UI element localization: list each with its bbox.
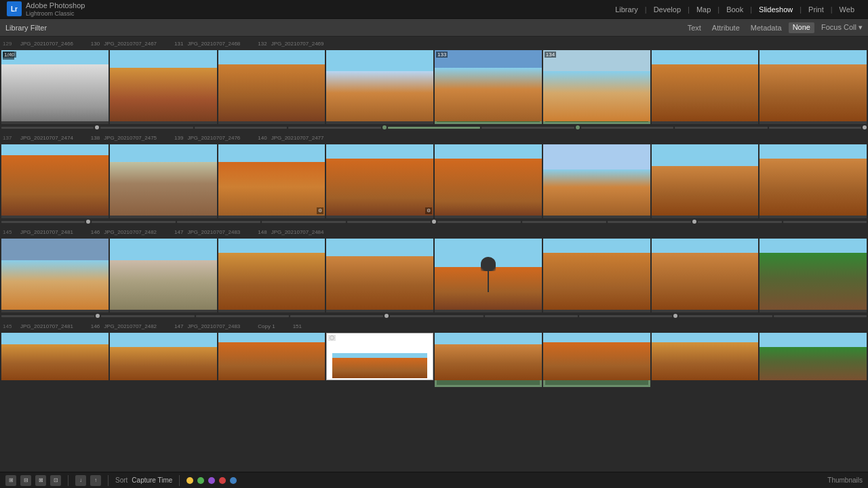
color-yellow[interactable] [186, 477, 193, 484]
app-logo: Lr Adobe Photoshop Lightroom Classic [7, 1, 85, 18]
thumb-132[interactable] [326, 50, 433, 124]
loupe-view-button[interactable]: ⊟ [20, 475, 31, 486]
filter-tab-text[interactable]: Text [684, 22, 705, 33]
nav-slideshow[interactable]: Slideshow [752, 3, 800, 16]
nav-develop[interactable]: Develop [647, 3, 688, 16]
color-red[interactable] [219, 477, 226, 484]
nav-library[interactable]: Library [608, 3, 645, 16]
nav-map[interactable]: Map [690, 3, 717, 16]
scrubber-3[interactable] [0, 312, 868, 319]
thumb-row-1: 129 1/40 133 134 [0, 50, 868, 124]
scrubber-1[interactable] [0, 124, 868, 131]
export-button[interactable]: ↑ [90, 475, 101, 486]
color-blue[interactable] [230, 477, 237, 484]
thumb-156[interactable]: ⬡ [326, 333, 433, 387]
grid-view-button[interactable]: ⊞ [5, 475, 16, 486]
import-button[interactable]: ↓ [75, 475, 86, 486]
thumb-147[interactable] [218, 239, 326, 312]
nav-web[interactable]: Web [833, 3, 861, 16]
thumb-142[interactable] [543, 144, 650, 218]
thumb-159[interactable] [652, 333, 759, 387]
row-header-1: 129 JPG_20210707_2466 130 JPG_20210707_2… [0, 37, 868, 50]
thumb-131[interactable] [218, 50, 326, 124]
thumb-129[interactable]: 129 1/40 [1, 50, 108, 124]
thumb-149[interactable] [435, 239, 542, 312]
row-header-3: 145 JPG_20210707_2481 146 JPG_20210707_2… [0, 225, 868, 239]
thumb-141[interactable] [435, 144, 542, 218]
thumb-150[interactable] [543, 239, 650, 312]
thumb-138[interactable] [110, 144, 217, 218]
thumbnail-label: Thumbnails [827, 476, 863, 484]
main-photo-grid: 129 JPG_20210707_2466 130 JPG_20210707_2… [0, 37, 868, 472]
nav-print[interactable]: Print [802, 3, 831, 16]
filter-tab-none[interactable]: None [789, 22, 814, 33]
thumb-157[interactable] [435, 333, 542, 387]
thumb-130[interactable] [110, 50, 217, 124]
survey-view-button[interactable]: ⊡ [50, 475, 61, 486]
top-bar: Lr Adobe Photoshop Lightroom Classic Lib… [0, 0, 868, 19]
compare-view-button[interactable]: ⊠ [35, 475, 46, 486]
thumb-140[interactable]: ⚙ [326, 144, 433, 218]
logo-icon: Lr [7, 1, 22, 16]
thumb-145[interactable] [1, 239, 108, 312]
thumb-155[interactable] [218, 333, 326, 387]
row-header-2: 137 JPG_20210707_2474 138 JPG_20210707_2… [0, 131, 868, 144]
sort-value[interactable]: Capture Time [132, 476, 172, 484]
thumb-134[interactable]: 134 [543, 50, 650, 124]
filter-bar: Library Filter Text Attribute Metadata N… [0, 19, 868, 37]
thumb-135[interactable] [652, 50, 759, 124]
thumb-133[interactable]: 133 [435, 50, 542, 124]
nav-book[interactable]: Book [719, 3, 750, 16]
sort-label: Sort [115, 476, 127, 484]
thumb-136[interactable] [760, 50, 867, 124]
library-filter-label: Library Filter [5, 24, 47, 32]
filter-tab-metadata[interactable]: Metadata [747, 22, 786, 33]
scrubber-2[interactable] [0, 218, 868, 225]
thumb-160[interactable] [760, 333, 867, 387]
nav-links: Library | Develop | Map | Book | Slidesh… [608, 3, 861, 16]
color-purple[interactable] [208, 477, 215, 484]
thumb-row-2: ⚙ ⚙ [0, 144, 868, 218]
filter-tabs: Text Attribute Metadata None [684, 22, 814, 33]
thumb-153[interactable] [1, 333, 108, 387]
thumb-151[interactable] [652, 239, 759, 312]
color-green[interactable] [197, 477, 204, 484]
thumb-139[interactable]: ⚙ [218, 144, 326, 218]
filter-right[interactable]: Focus Coll ▾ [821, 23, 863, 32]
app-name: Adobe Photoshop Lightroom Classic [26, 1, 85, 18]
thumb-148[interactable] [326, 239, 433, 312]
thumb-row-3 [0, 239, 868, 312]
thumb-137[interactable] [1, 144, 108, 218]
thumb-row-4: ⬡ [0, 333, 868, 387]
thumb-143[interactable] [652, 144, 759, 218]
thumb-154[interactable] [110, 333, 217, 387]
thumb-158[interactable] [543, 333, 650, 387]
thumb-144[interactable] [760, 144, 867, 218]
thumb-146[interactable] [110, 239, 217, 312]
thumb-152[interactable] [760, 239, 867, 312]
filter-tab-attribute[interactable]: Attribute [708, 22, 744, 33]
bottom-bar: ⊞ ⊟ ⊠ ⊡ ↓ ↑ Sort Capture Time Thumbnails [0, 472, 868, 488]
row-header-4: 145 JPG_20210707_2481 146 JPG_20210707_2… [0, 319, 868, 333]
